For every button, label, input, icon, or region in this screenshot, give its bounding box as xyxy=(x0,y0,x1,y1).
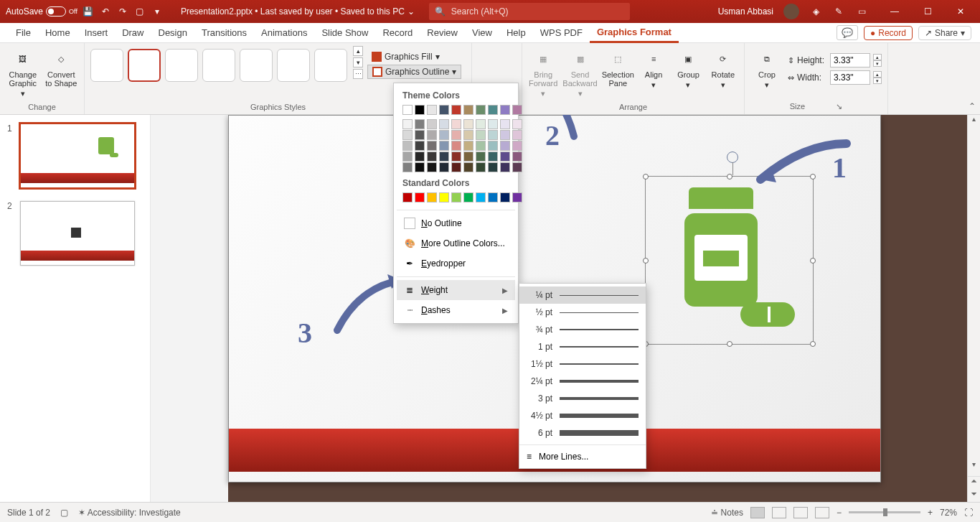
bring-forward-button[interactable]: ▦ Bring Forward▾ xyxy=(528,46,558,98)
color-swatch[interactable] xyxy=(439,105,449,115)
style-preset-1[interactable] xyxy=(90,49,123,82)
color-swatch[interactable] xyxy=(427,152,437,162)
dashes-item[interactable]: ┈ Dashes ▶ xyxy=(397,300,515,320)
color-swatch[interactable] xyxy=(451,192,461,202)
style-preset-2[interactable] xyxy=(128,49,161,82)
color-swatch[interactable] xyxy=(463,162,473,172)
align-button[interactable]: ≡ Align▾ xyxy=(639,46,669,89)
color-swatch[interactable] xyxy=(463,130,473,140)
color-swatch[interactable] xyxy=(463,119,473,129)
color-swatch[interactable] xyxy=(415,162,425,172)
slide-thumb-2[interactable] xyxy=(20,201,135,266)
more-lines-item[interactable]: ≡ More Lines... xyxy=(519,448,646,465)
color-swatch[interactable] xyxy=(500,192,510,202)
color-swatch[interactable] xyxy=(512,152,522,162)
color-swatch[interactable] xyxy=(415,192,425,202)
style-gallery-scroll[interactable]: ▴▾⋯ xyxy=(353,46,363,79)
fit-to-window-button[interactable]: ⛶ xyxy=(964,508,973,518)
scroll-down-icon[interactable]: ▾ xyxy=(968,460,980,473)
color-swatch[interactable] xyxy=(427,130,437,140)
crop-button[interactable]: ⧉ Crop▾ xyxy=(750,46,783,89)
tab-insert[interactable]: Insert xyxy=(77,23,116,43)
color-swatch[interactable] xyxy=(427,141,437,151)
color-swatch[interactable] xyxy=(500,141,510,151)
tab-slide-show[interactable]: Slide Show xyxy=(314,23,375,43)
color-swatch[interactable] xyxy=(488,119,498,129)
color-swatch[interactable] xyxy=(402,141,413,151)
color-swatch[interactable] xyxy=(439,162,449,172)
tab-home[interactable]: Home xyxy=(38,23,77,43)
tab-file[interactable]: File xyxy=(9,23,38,43)
color-swatch[interactable] xyxy=(439,192,449,202)
tab-view[interactable]: View xyxy=(465,23,499,43)
rotate-button[interactable]: ⟳ Rotate▾ xyxy=(708,46,738,89)
color-swatch[interactable] xyxy=(402,152,413,162)
color-swatch[interactable] xyxy=(500,119,510,129)
color-swatch[interactable] xyxy=(488,152,498,162)
ribbon-mode-icon[interactable]: ▭ xyxy=(855,5,868,18)
color-swatch[interactable] xyxy=(500,105,510,115)
autosave-toggle[interactable]: AutoSave Off xyxy=(6,6,77,17)
color-swatch[interactable] xyxy=(476,152,486,162)
color-swatch[interactable] xyxy=(512,105,522,115)
color-swatch[interactable] xyxy=(476,162,486,172)
redo-icon[interactable]: ↷ xyxy=(116,5,129,18)
close-button[interactable]: ✕ xyxy=(944,0,977,23)
share-button[interactable]: ↗Share▾ xyxy=(918,26,971,40)
user-name[interactable]: Usman Abbasi xyxy=(718,6,773,17)
weight-option[interactable]: ¾ pt xyxy=(519,321,646,338)
weight-option[interactable]: 6 pt xyxy=(519,424,646,442)
rotation-handle-icon[interactable] xyxy=(727,152,738,163)
weight-option[interactable]: 1 pt xyxy=(519,338,646,355)
tab-review[interactable]: Review xyxy=(420,23,465,43)
undo-icon[interactable]: ↶ xyxy=(99,5,112,18)
tab-transitions[interactable]: Transitions xyxy=(194,23,254,43)
color-swatch[interactable] xyxy=(476,130,486,140)
record-button[interactable]: ●Record xyxy=(864,26,913,40)
color-swatch[interactable] xyxy=(476,119,486,129)
width-spinner[interactable]: ▴▾ xyxy=(873,71,882,84)
qat-more-icon[interactable]: ▾ xyxy=(151,5,164,18)
graphics-fill-button[interactable]: Graphics Fill▾ xyxy=(367,50,461,63)
scroll-up-icon[interactable]: ▴ xyxy=(968,115,980,128)
present-icon[interactable]: ▢ xyxy=(133,5,146,18)
color-swatch[interactable] xyxy=(439,152,449,162)
color-swatch[interactable] xyxy=(476,141,486,151)
eyedropper-item[interactable]: ✒ Eyedropper xyxy=(397,253,515,274)
save-icon[interactable]: 💾 xyxy=(82,5,95,18)
prev-slide-icon[interactable]: ⏶ xyxy=(968,477,980,490)
color-swatch[interactable] xyxy=(427,192,437,202)
color-swatch[interactable] xyxy=(451,141,461,151)
color-swatch[interactable] xyxy=(402,105,413,115)
color-swatch[interactable] xyxy=(512,162,522,172)
group-button[interactable]: ▣ Group▾ xyxy=(673,46,703,89)
graphic-pill-bottle-icon[interactable] xyxy=(684,187,758,307)
color-swatch[interactable] xyxy=(463,105,473,115)
zoom-slider[interactable] xyxy=(849,511,920,513)
search-input[interactable]: 🔍 Search (Alt+Q) xyxy=(429,3,630,20)
color-swatch[interactable] xyxy=(402,162,413,172)
zoom-in-button[interactable]: + xyxy=(928,508,933,518)
color-swatch[interactable] xyxy=(402,192,413,202)
height-input[interactable] xyxy=(830,53,870,67)
accessibility-status[interactable]: ✶ Accessibility: Investigate xyxy=(78,508,181,518)
tab-animations[interactable]: Animations xyxy=(254,23,314,43)
collapse-ribbon-icon[interactable]: ⌃ xyxy=(969,101,976,111)
style-preset-6[interactable] xyxy=(277,49,310,82)
color-swatch[interactable] xyxy=(415,152,425,162)
color-swatch[interactable] xyxy=(488,130,498,140)
color-swatch[interactable] xyxy=(439,141,449,151)
color-swatch[interactable] xyxy=(451,152,461,162)
wand-icon[interactable]: ✎ xyxy=(832,5,845,18)
color-swatch[interactable] xyxy=(512,141,522,151)
color-swatch[interactable] xyxy=(427,162,437,172)
color-swatch[interactable] xyxy=(512,130,522,140)
color-swatch[interactable] xyxy=(402,119,413,129)
color-swatch[interactable] xyxy=(451,119,461,129)
color-swatch[interactable] xyxy=(439,119,449,129)
color-swatch[interactable] xyxy=(402,130,413,140)
color-swatch[interactable] xyxy=(439,130,449,140)
minimize-button[interactable]: — xyxy=(878,0,911,23)
color-swatch[interactable] xyxy=(463,141,473,151)
zoom-out-button[interactable]: − xyxy=(837,508,842,518)
